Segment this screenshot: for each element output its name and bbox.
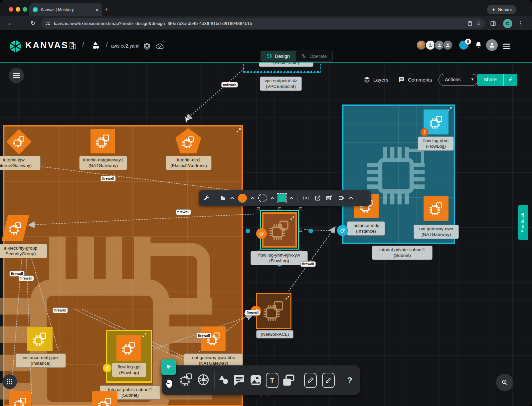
expand-icon[interactable] — [290, 216, 294, 220]
node-label-flowlog-yhm[interactable]: flow log-yhm (FlowLog) — [418, 136, 454, 151]
lasso-tool-icon[interactable] — [337, 194, 345, 202]
gemini-button[interactable]: ✦ Gemini — [487, 5, 516, 14]
flowlog-gpt-port-handle[interactable] — [103, 364, 111, 372]
minimize-window-button[interactable] — [16, 7, 20, 12]
rename-text-icon[interactable] — [302, 194, 310, 202]
kubernetes-tool-icon[interactable] — [196, 373, 210, 387]
back-button[interactable]: ← — [5, 20, 16, 27]
node-flowlog-gpt[interactable] — [116, 335, 141, 361]
node-label-instance-mdq[interactable]: instance-mdq (Instance) — [347, 221, 385, 236]
add-image-icon[interactable] — [325, 195, 333, 202]
tab-close-icon[interactable]: × — [95, 7, 98, 13]
text-tool-icon[interactable]: T — [266, 373, 278, 388]
node-label-vpc-endpoint[interactable]: vpc endpoint-slz (VPCEndpoint) — [260, 77, 302, 91]
pen-tool-icon[interactable] — [304, 373, 317, 388]
sticky-note-icon[interactable] — [281, 373, 295, 387]
chevron-up-icon[interactable] — [349, 197, 353, 200]
address-bar[interactable]: kanvas.new/extension/meshmap?mode=design… — [41, 18, 485, 29]
app-menu-icon[interactable] — [503, 42, 510, 50]
extension-flower-icon[interactable] — [143, 42, 151, 50]
share-button[interactable]: Share — [477, 74, 517, 86]
feedback-tab[interactable]: Feedback — [518, 205, 528, 240]
zoom-button[interactable] — [496, 374, 513, 391]
save-icon[interactable] — [467, 21, 473, 26]
browser-profile-avatar[interactable]: C — [503, 19, 512, 28]
expand-icon[interactable] — [285, 296, 289, 300]
pan-hand-icon[interactable] — [164, 378, 174, 389]
chevron-up-icon[interactable] — [230, 197, 234, 200]
node-label-eip1[interactable]: tutorial-eip1 (ElasticIPAddress) — [166, 156, 212, 170]
image-dock-icon[interactable] — [249, 373, 263, 387]
edge-label-firewall[interactable]: firewall — [196, 333, 212, 338]
apps-grid-button[interactable] — [2, 374, 17, 389]
shapes-tool-icon[interactable] — [219, 194, 227, 202]
chevron-up-icon[interactable] — [289, 197, 293, 200]
node-partial-bottom-2[interactable] — [92, 391, 117, 406]
selection-handle[interactable] — [299, 229, 302, 232]
forward-button[interactable]: → — [16, 20, 27, 27]
help-button[interactable]: ? — [343, 373, 356, 388]
close-window-button[interactable] — [9, 7, 13, 12]
node-label-routetable[interactable]: (RouteTable) — [259, 62, 313, 67]
node-label-network-acl[interactable]: (NetworkACL) — [256, 330, 293, 338]
edge-label-firewall[interactable]: firewall — [19, 276, 34, 281]
actions-button[interactable]: Actions ▼ — [439, 74, 478, 86]
node-label-private-subnet[interactable]: tutorial-private-subnet1 (Subnet) — [372, 246, 433, 260]
selection-handle[interactable] — [299, 207, 302, 210]
side-panel-icon[interactable] — [490, 21, 496, 27]
node-label-igw[interactable]: tutorial-igw (InternetGateway) — [0, 156, 41, 170]
node-instance-mdq-gnx[interactable] — [27, 327, 53, 351]
browser-menu-icon[interactable]: ⋮ — [518, 20, 524, 27]
private-subnet-port-handle[interactable] — [337, 225, 348, 236]
organization-icon[interactable] — [68, 41, 76, 50]
node-label-instance-mdq-gnx[interactable]: instance-mdq-gnx (Instance) — [15, 353, 66, 368]
user-avatar[interactable] — [486, 39, 498, 51]
node-natgateway-qwo-bbc[interactable] — [201, 326, 226, 351]
layers-button[interactable]: Layers — [363, 76, 388, 83]
edge-label-firewall[interactable]: firewall — [176, 209, 191, 215]
expand-icon[interactable] — [142, 333, 147, 337]
node-natgateway1[interactable] — [90, 129, 115, 153]
comments-button[interactable]: Comments — [398, 76, 432, 83]
component-tool-icon[interactable] — [179, 372, 194, 387]
configure-wrench-icon[interactable] — [203, 195, 210, 201]
node-network-acl[interactable] — [256, 293, 291, 329]
node-flowlog-selected[interactable] — [262, 212, 297, 248]
selection-handle[interactable] — [278, 207, 281, 210]
open-in-new-icon[interactable] — [314, 195, 321, 202]
edge-label-firewall[interactable]: firewall — [100, 176, 116, 181]
actions-dropdown-caret[interactable]: ▼ — [467, 74, 478, 86]
selection-handle[interactable] — [257, 207, 260, 210]
share-link-icon[interactable] — [503, 74, 517, 86]
edge-label-network[interactable]: network — [221, 82, 238, 88]
flowlog-selected-port-handle[interactable] — [256, 228, 267, 239]
canvas-menu-button[interactable] — [9, 68, 24, 83]
shapes-dock-icon[interactable] — [217, 373, 230, 387]
color-swatch-orange[interactable] — [238, 194, 247, 203]
pencil-tool-icon[interactable] — [322, 373, 335, 388]
new-tab-button[interactable]: + — [104, 6, 108, 13]
browser-tab[interactable]: Kanvas | Meshery × — [29, 3, 102, 16]
edge-label-firewall[interactable]: firewall — [245, 310, 260, 315]
node-natgateway-qwo[interactable] — [424, 196, 448, 221]
design-canvas[interactable]: (RouteTable) vpc endpoint-slz (VPCEndpoi… — [0, 62, 532, 406]
designs-icon[interactable] — [90, 40, 100, 50]
tab-design[interactable]: Design — [261, 51, 295, 61]
node-label-natgateway1[interactable]: tutorial-natgateway1 (NATGateway) — [79, 156, 127, 170]
design-file-name[interactable]: aws ec2.yaml — [111, 43, 139, 49]
cloud-save-icon[interactable] — [155, 42, 164, 50]
collaborator-avatar-4[interactable] — [443, 40, 453, 50]
node-label-natgateway-qwo[interactable]: nat gateway-qwo (NATGateway) — [414, 225, 459, 239]
edge-label-firewall[interactable]: firewall — [300, 261, 316, 267]
notifications-bell-icon[interactable] — [474, 41, 482, 49]
bookmark-star-icon[interactable]: ☆ — [476, 20, 481, 27]
node-partial-bottom-1[interactable] — [9, 391, 31, 406]
reload-button[interactable]: ↻ — [27, 20, 39, 27]
node-label-flowlog-gpt[interactable]: flow log-gpt (FlowLog) — [112, 363, 146, 377]
comment-dock-icon[interactable] — [232, 373, 246, 387]
chevron-up-icon[interactable] — [270, 197, 274, 200]
selection-circle-tool[interactable] — [258, 194, 267, 202]
group-select-tool[interactable] — [278, 194, 286, 202]
node-label-security-group[interactable]: al-security-group SecurityGroup) — [0, 244, 47, 258]
chevron-up-icon[interactable] — [251, 197, 254, 200]
